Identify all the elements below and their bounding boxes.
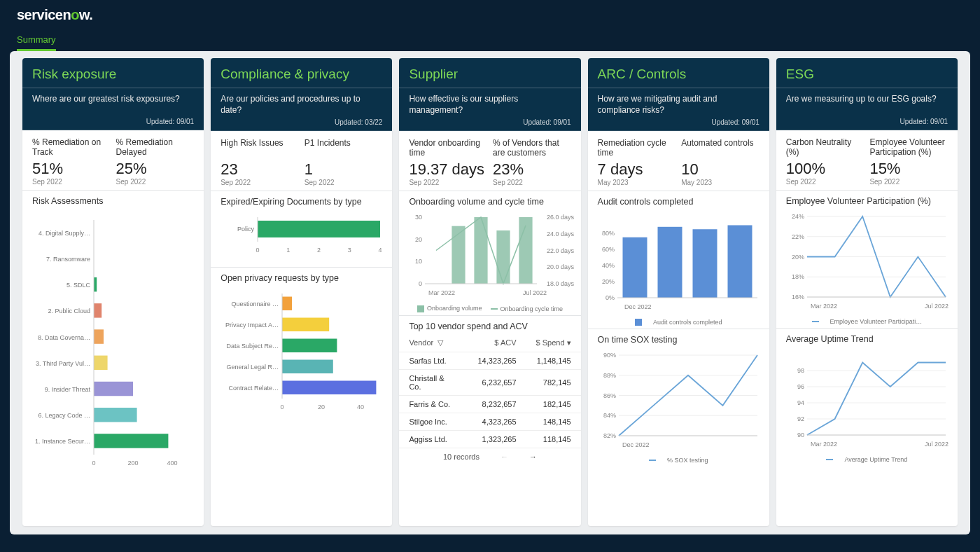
compliance-updated: Updated: 03/22 xyxy=(220,118,382,126)
svg-text:0%: 0% xyxy=(606,294,615,301)
svg-text:5. SDLC: 5. SDLC xyxy=(66,282,91,289)
svg-rect-33 xyxy=(282,318,329,332)
sox-testing-chart[interactable]: 82%84%86%88%90%Dec 2022 xyxy=(588,347,769,454)
svg-text:200: 200 xyxy=(127,460,138,467)
risk-kpi1-sub: Sep 2022 xyxy=(32,178,111,186)
svg-rect-49 xyxy=(452,226,465,284)
brand-right: w. xyxy=(79,7,92,22)
svg-text:Jul 2022: Jul 2022 xyxy=(925,303,948,310)
svg-text:88%: 88% xyxy=(603,372,616,379)
audit-controls-chart[interactable]: 0%20%40%60%80%Dec 2022 xyxy=(588,209,769,316)
esg-legend1: Employee Volunteer Participati… xyxy=(830,318,923,325)
svg-text:10: 10 xyxy=(415,258,422,265)
svg-text:1. Instance Secur…: 1. Instance Secur… xyxy=(35,438,90,445)
supplier-kpi1-label: Vendor onboarding time xyxy=(409,138,487,159)
svg-rect-15 xyxy=(94,408,137,422)
card-esg: ESG Are we measuring up to our ESG goals… xyxy=(776,58,958,526)
svg-text:Contract Relate…: Contract Relate… xyxy=(229,385,279,392)
supplier-kpi2-value: 23% xyxy=(493,160,571,179)
svg-text:Dec 2022: Dec 2022 xyxy=(622,441,650,448)
svg-text:Mar 2022: Mar 2022 xyxy=(811,303,837,310)
svg-text:6. Legacy Code …: 6. Legacy Code … xyxy=(38,412,90,419)
svg-text:20: 20 xyxy=(415,236,422,243)
esg-kpi2-label: Employee Volunteer Participation (%) xyxy=(869,137,948,158)
supplier-section1: Onboarding volume and cycle time xyxy=(399,191,580,209)
svg-rect-68 xyxy=(692,229,717,298)
card-compliance: Compliance & privacy Are our policies an… xyxy=(211,58,392,526)
svg-rect-67 xyxy=(657,227,682,298)
compliance-kpi1-value: 23 xyxy=(220,160,299,179)
table-row[interactable]: Sarfas Ltd.14,323,2651,148,145 xyxy=(399,352,580,369)
esg-legend2: Average Uptime Trend xyxy=(844,456,907,463)
tab-summary[interactable]: Summary xyxy=(17,30,56,51)
risk-title: Risk exposure xyxy=(32,67,194,82)
svg-text:40: 40 xyxy=(357,403,364,410)
svg-text:General Legal R…: General Legal R… xyxy=(227,364,279,371)
vendor-th-vendor[interactable]: Vendor ▽ xyxy=(399,334,468,352)
risk-kpi1-value: 51% xyxy=(32,160,111,178)
svg-text:0: 0 xyxy=(281,403,284,410)
table-row[interactable]: Aggiss Ltd.1,323,265118,145 xyxy=(399,430,580,448)
svg-text:26.0 days: 26.0 days xyxy=(547,214,575,221)
svg-text:24.0 days: 24.0 days xyxy=(547,230,575,237)
svg-text:0: 0 xyxy=(256,247,260,254)
svg-rect-50 xyxy=(475,217,488,284)
svg-text:4: 4 xyxy=(379,247,382,254)
svg-text:2: 2 xyxy=(317,247,321,254)
compliance-kpi2-sub: Sep 2022 xyxy=(304,179,383,186)
supplier-updated: Updated: 09/01 xyxy=(409,118,570,126)
esg-kpi2-value: 15% xyxy=(869,160,948,178)
table-row[interactable]: Stilgoe Inc.4,323,265148,145 xyxy=(399,413,580,430)
compliance-sub: Are our policies and procedures up to da… xyxy=(220,94,382,116)
arc-kpi2-label: Automated controls xyxy=(681,138,760,159)
svg-rect-51 xyxy=(497,230,510,284)
onboarding-chart[interactable]: 010203018.0 days20.0 days22.0 days24.0 d… xyxy=(399,209,580,302)
risk-kpi2-value: 25% xyxy=(116,160,195,178)
card-arc: ARC / Controls How are we mitigating aud… xyxy=(588,58,769,526)
risk-assessments-chart[interactable]: 4. Digital Supply…7. Ransomware5. SDLC2.… xyxy=(22,209,204,476)
card-supplier: Supplier How effective is our suppliers … xyxy=(399,58,580,526)
svg-text:Data Subject Re…: Data Subject Re… xyxy=(227,343,279,350)
expiring-docs-chart[interactable]: Policy01234 xyxy=(211,209,392,267)
vendor-table[interactable]: Vendor ▽ $ ACV $ Spend ▾ Sarfas Ltd.14,3… xyxy=(399,334,580,448)
supplier-kpi1-value: 19.37 days xyxy=(409,160,487,179)
esg-sub: Are we measuring up to our ESG goals? xyxy=(786,94,948,115)
svg-text:90%: 90% xyxy=(603,352,616,359)
svg-text:22.0 days: 22.0 days xyxy=(547,247,575,254)
vendor-th-acv[interactable]: $ ACV xyxy=(468,334,526,352)
arc-section1: Audit controls completed xyxy=(588,191,769,209)
arc-kpi1-value: 7 days xyxy=(598,160,676,179)
svg-text:24%: 24% xyxy=(792,213,804,220)
svg-rect-5 xyxy=(94,277,97,291)
svg-text:0: 0 xyxy=(419,280,422,287)
svg-text:Mar 2022: Mar 2022 xyxy=(428,289,455,296)
svg-text:22%: 22% xyxy=(792,233,804,240)
svg-text:8. Data Governa…: 8. Data Governa… xyxy=(38,334,90,341)
svg-rect-31 xyxy=(282,297,292,311)
svg-text:Dec 2022: Dec 2022 xyxy=(624,303,652,310)
uptime-chart[interactable]: 9092949698Mar 2022Jul 2022 xyxy=(776,347,958,453)
page-next-icon[interactable]: → xyxy=(529,453,537,461)
svg-text:9. Insider Threat: 9. Insider Threat xyxy=(45,386,91,393)
svg-text:60%: 60% xyxy=(602,246,615,253)
card-risk: Risk exposure Where are our greatest ris… xyxy=(22,58,204,526)
esg-section2: Average Uptime Trend xyxy=(776,328,958,347)
supplier-kpi2-label: % of Vendors that are customers xyxy=(493,138,571,159)
evp-chart[interactable]: 16%18%20%22%24%Mar 2022Jul 2022 xyxy=(776,209,958,315)
arc-title: ARC / Controls xyxy=(598,67,760,82)
privacy-requests-chart[interactable]: Questionnaire …Privacy Impact A…Data Sub… xyxy=(211,286,392,420)
vendor-th-spend[interactable]: $ Spend ▾ xyxy=(526,334,581,352)
onboarding-legend-vol: Onboarding volume xyxy=(427,305,482,312)
tab-bar: Summary xyxy=(17,30,963,51)
brand-left: servicen xyxy=(17,7,71,22)
svg-rect-13 xyxy=(94,382,133,396)
compliance-kpi1-sub: Sep 2022 xyxy=(220,179,299,186)
page-prev-icon[interactable]: ← xyxy=(500,453,508,461)
table-row[interactable]: Farris & Co.8,232,657182,145 xyxy=(399,395,580,413)
svg-text:86%: 86% xyxy=(603,392,616,399)
svg-rect-39 xyxy=(282,381,376,395)
table-row[interactable]: Christall & Co.6,232,657782,145 xyxy=(399,369,580,395)
compliance-section2: Open privacy requests by type xyxy=(211,267,392,286)
compliance-title: Compliance & privacy xyxy=(220,67,382,82)
svg-text:Policy: Policy xyxy=(237,226,255,233)
